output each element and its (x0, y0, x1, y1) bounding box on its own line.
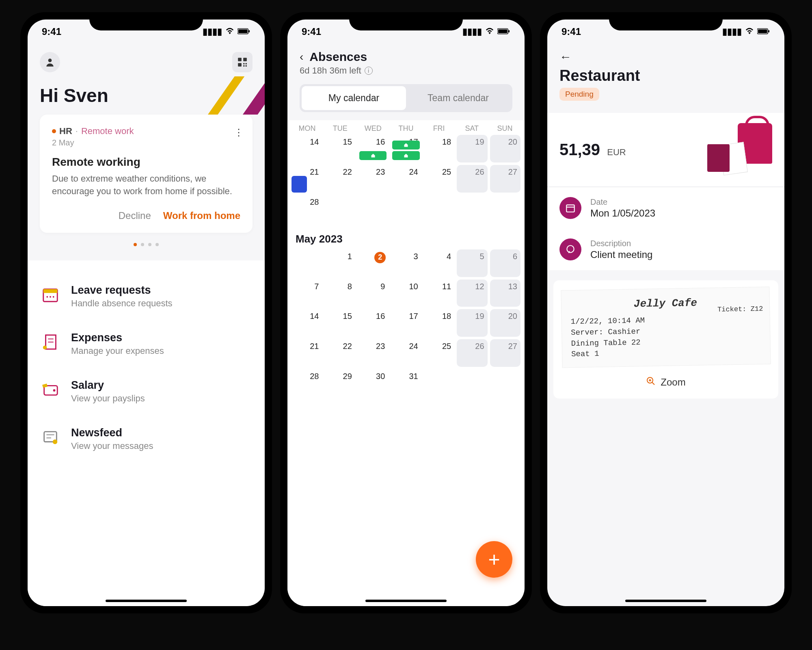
svg-rect-33 (566, 205, 574, 212)
carousel-pager[interactable] (28, 243, 265, 246)
calendar-day[interactable]: 16 (358, 309, 388, 337)
calendar-day (424, 195, 454, 223)
svg-rect-29 (508, 30, 510, 32)
wifi-icon (225, 26, 234, 37)
cal-row: 14151617181920 (287, 309, 525, 337)
calendar-day[interactable]: 15 (324, 135, 355, 162)
calendar-day[interactable]: 2 (358, 249, 388, 277)
calendar-day[interactable]: 24 (391, 165, 421, 193)
announcement-card[interactable]: ⋮ HR · Remote work 2 May Remote working … (40, 115, 253, 233)
calendar-day[interactable]: 21 (292, 165, 322, 193)
calendar-day[interactable]: 18 (424, 135, 454, 162)
calendar-day[interactable]: 14 (292, 309, 322, 337)
detail-description[interactable]: Description Client meeting (547, 229, 784, 270)
calendar-day[interactable]: 25 (424, 339, 454, 367)
receipt-card[interactable]: Jelly Cafe Ticket: Z12 1/2/22, 10:14 AM … (553, 280, 778, 399)
chat-icon (559, 238, 581, 260)
calendar-day[interactable]: 27 (490, 165, 520, 193)
calendar-day[interactable]: 10 (391, 280, 421, 307)
card-title: Remote working (52, 156, 240, 169)
absence-marker (392, 141, 419, 150)
calendar-day (358, 195, 388, 223)
calendar-day[interactable]: 16 (358, 135, 388, 162)
tab-my-calendar[interactable]: My calendar (302, 86, 406, 110)
receipt-image: Jelly Cafe Ticket: Z12 1/2/22, 10:14 AM … (561, 287, 771, 368)
calendar-day[interactable]: 28 (292, 195, 322, 223)
cal-row: 21222324252627 (287, 339, 525, 367)
calendar-day[interactable]: 15 (324, 309, 355, 337)
menu-leave-requests[interactable]: Leave requests Handle absence requests (40, 273, 253, 320)
calendar-day[interactable]: 22 (324, 339, 355, 367)
menu-expenses[interactable]: Expenses Manage your expenses (40, 320, 253, 368)
menu-newsfeed[interactable]: Newsfeed View your messages (40, 415, 253, 463)
calendar-day[interactable]: 8 (324, 280, 355, 307)
calendar-day[interactable]: 17 (391, 309, 421, 337)
decorative-stripes (200, 76, 265, 115)
calendar-day[interactable]: 5 (457, 249, 487, 277)
wd: WED (357, 124, 389, 133)
wd: SAT (456, 124, 488, 133)
menu-salary[interactable]: Salary View your payslips (40, 368, 253, 415)
calendar-day[interactable]: 4 (424, 249, 454, 277)
tag-hr: HR (59, 126, 72, 136)
calendar-day[interactable]: 9 (358, 280, 388, 307)
add-absence-fab[interactable]: + (476, 541, 512, 578)
calendar-day[interactable]: 20 (490, 309, 520, 337)
calendar-day[interactable]: 25 (424, 165, 454, 193)
zoom-label: Zoom (661, 377, 685, 388)
svg-point-3 (48, 58, 52, 62)
calendar-day[interactable]: 1 (324, 249, 355, 277)
calendar-day[interactable]: 23 (358, 339, 388, 367)
calendar-day[interactable]: 6 (490, 249, 520, 277)
cal-row: 28293031 (287, 369, 525, 397)
calendar-day[interactable]: 26 (457, 339, 487, 367)
calendar-day[interactable]: 12 (457, 280, 487, 307)
calendar-day[interactable]: 28 (292, 369, 322, 397)
back-button[interactable]: ← (559, 50, 772, 64)
calendar-day[interactable]: 18 (424, 309, 454, 337)
calendar-day[interactable]: 19 (457, 309, 487, 337)
plus-icon: + (488, 548, 500, 571)
signal-icon: ▮▮▮▮ (722, 26, 742, 37)
calendar-day[interactable]: 27 (490, 339, 520, 367)
calendar-day[interactable]: 19 (457, 135, 487, 162)
home-indicator[interactable] (365, 600, 447, 602)
svg-rect-22 (42, 384, 48, 388)
qr-button[interactable] (232, 52, 253, 72)
calendar-day[interactable]: 17 (391, 135, 421, 162)
tag-topic: Remote work (81, 126, 134, 136)
status-time: 9:41 (561, 26, 581, 37)
calendar-day[interactable]: 26 (457, 165, 487, 193)
tab-team-calendar[interactable]: Team calendar (406, 86, 510, 110)
card-date: 2 May (52, 138, 240, 147)
calendar-day[interactable]: 31 (391, 369, 421, 397)
card-body: Due to extreme weather conditions, we en… (52, 173, 240, 198)
card-menu-button[interactable]: ⋮ (234, 127, 244, 138)
decline-button[interactable]: Decline (119, 210, 151, 221)
calendar-day[interactable]: 7 (292, 280, 322, 307)
home-indicator[interactable] (106, 600, 187, 602)
calendar-day[interactable]: 14 (292, 135, 322, 162)
battery-icon (757, 26, 770, 37)
profile-button[interactable] (40, 52, 60, 72)
calendar-day[interactable]: 30 (358, 369, 388, 397)
calendar-day[interactable]: 24 (391, 339, 421, 367)
calendar-day[interactable]: 29 (324, 369, 355, 397)
calendar-day[interactable]: 13 (490, 280, 520, 307)
accept-button[interactable]: Work from home (163, 210, 240, 221)
month-label: May 2023 (287, 223, 525, 249)
calendar-day[interactable]: 3 (391, 249, 421, 277)
absence-marker (359, 151, 387, 160)
back-button[interactable]: ‹ (300, 50, 303, 63)
calendar-day[interactable]: 23 (358, 165, 388, 193)
zoom-button[interactable]: Zoom (561, 376, 770, 388)
svg-point-26 (53, 439, 58, 444)
calendar-day[interactable]: 20 (490, 135, 520, 162)
menu-title: Expenses (71, 332, 164, 344)
calendar-day[interactable]: 11 (424, 280, 454, 307)
home-indicator[interactable] (625, 600, 706, 602)
info-icon[interactable]: i (365, 67, 373, 75)
calendar-day[interactable]: 22 (324, 165, 355, 193)
calendar-day[interactable]: 21 (292, 339, 322, 367)
detail-date[interactable]: Date Mon 1/05/2023 (547, 187, 784, 229)
